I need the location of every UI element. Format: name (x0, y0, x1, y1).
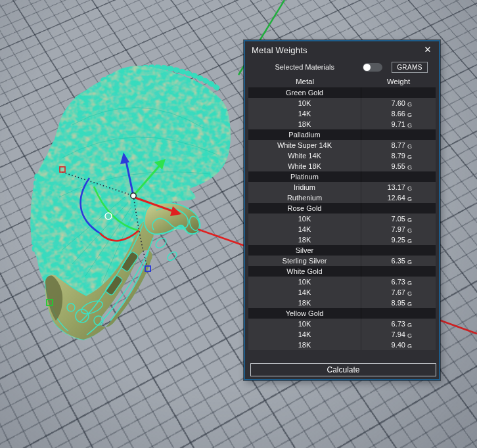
panel-controls: Selected Materials GRAMS (245, 58, 439, 76)
metal-weight-row: 10K6.73G (248, 277, 436, 287)
metal-weight-row: 18K8.95G (248, 298, 436, 308)
x-axis-line-left (198, 229, 244, 246)
metal-weight-row: Ruthenium12.64G (248, 192, 436, 203)
metal-weight-row: 10K7.05G (248, 213, 436, 224)
metal-weight-row: Iridium13.17G (248, 182, 436, 192)
table-column-headers: Metal Weight (245, 76, 439, 87)
metal-weight-row: White 18K9.55G (248, 161, 436, 171)
panel-header[interactable]: Metal Weights ✕ (245, 41, 439, 58)
metal-group-header-row: Yellow Gold (248, 308, 436, 319)
metal-group-header-row: Green Gold (248, 87, 436, 98)
metal-weight-row: 18K9.25G (248, 235, 436, 245)
x-axis-line-right (439, 320, 477, 334)
calculate-button[interactable]: Calculate (250, 363, 436, 376)
metal-weight-row: 14K7.67G (248, 287, 436, 298)
metal-weight-row: 14K7.94G (248, 329, 436, 340)
weights-table: Green Gold10K7.60G14K8.66G18K9.71GPallad… (248, 87, 436, 350)
metal-weight-row: 18K9.71G (248, 119, 436, 129)
metal-group-header-row: Rose Gold (248, 203, 436, 213)
metal-column-header: Metal (248, 78, 361, 85)
selected-materials-label: Selected Materials (275, 63, 335, 71)
shank-lobe (145, 203, 200, 235)
metal-weights-panel: Metal Weights ✕ Selected Materials GRAMS… (244, 40, 440, 380)
toggle-knob (363, 64, 371, 71)
metal-weight-row: White 14K8.79G (248, 150, 436, 161)
metal-weight-row: 14K7.97G (248, 224, 436, 235)
metal-weight-row: 18K9.40G (248, 340, 436, 350)
metal-weight-row: 10K6.73G (248, 319, 436, 329)
metal-group-header-row: White Gold (248, 266, 436, 277)
selected-materials-toggle[interactable] (363, 63, 382, 72)
ring-model[interactable] (30, 66, 231, 340)
metal-weight-row: Sterling Silver6.35G (248, 256, 436, 266)
metal-group-header-row: Silver (248, 245, 436, 256)
gizmo-origin-handle[interactable] (131, 193, 136, 198)
metal-group-header-row: Platinum (248, 171, 436, 182)
metal-weight-row: 14K8.66G (248, 108, 436, 119)
metal-group-header-row: Palladium (248, 129, 436, 140)
metal-weight-row: White Super 14K8.77G (248, 140, 436, 150)
viewport-3d[interactable]: Metal Weights ✕ Selected Materials GRAMS… (0, 0, 477, 448)
metal-weight-row: 10K7.60G (248, 98, 436, 108)
panel-title: Metal Weights (252, 45, 307, 55)
close-icon[interactable]: ✕ (422, 45, 433, 55)
grams-unit-button[interactable]: GRAMS (392, 62, 428, 73)
weight-column-header: Weight (361, 78, 436, 85)
